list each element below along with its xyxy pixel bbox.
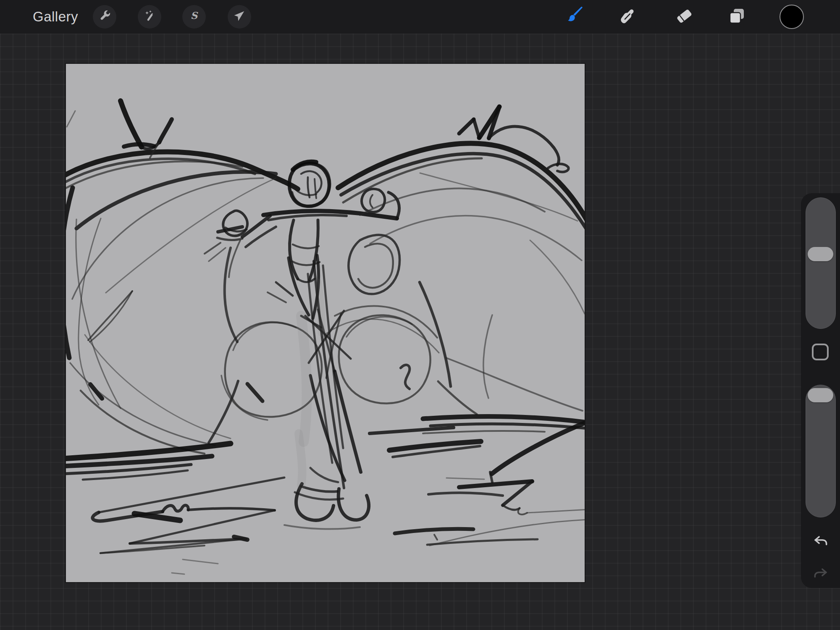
actions-button[interactable] (93, 5, 116, 29)
modify-button[interactable] (812, 344, 829, 360)
adjustments-button[interactable] (138, 5, 161, 29)
opacity-slider[interactable] (806, 385, 836, 517)
paint-tool-button[interactable] (564, 6, 585, 27)
brush-icon (564, 6, 585, 28)
undo-button[interactable] (811, 533, 830, 552)
color-swatch[interactable] (780, 5, 804, 29)
svg-text:S: S (191, 10, 198, 21)
undo-icon (812, 533, 830, 553)
layers-button[interactable] (726, 6, 747, 27)
eraser-icon (674, 6, 694, 28)
brush-size-slider-handle[interactable] (808, 247, 833, 261)
wrench-icon (98, 9, 111, 24)
redo-button[interactable] (811, 566, 830, 585)
selection-button[interactable]: S (182, 5, 206, 29)
top-toolbar: Gallery S (0, 0, 840, 34)
sidebar-controls (801, 193, 840, 588)
drawing-canvas[interactable] (66, 64, 585, 582)
layers-icon (727, 6, 747, 28)
smudge-finger-icon (618, 6, 638, 28)
procreate-workspace: Gallery S (0, 0, 840, 630)
transform-button[interactable] (228, 5, 251, 29)
selection-s-icon: S (187, 9, 201, 24)
sketch-artwork (66, 64, 585, 582)
magic-wand-icon (143, 9, 156, 24)
gallery-button[interactable]: Gallery (33, 0, 78, 34)
smudge-tool-button[interactable] (618, 6, 639, 27)
erase-tool-button[interactable] (674, 6, 695, 27)
redo-icon (812, 566, 830, 585)
transform-arrow-icon (233, 9, 246, 24)
brush-size-slider[interactable] (806, 197, 836, 329)
opacity-slider-handle[interactable] (808, 388, 833, 402)
